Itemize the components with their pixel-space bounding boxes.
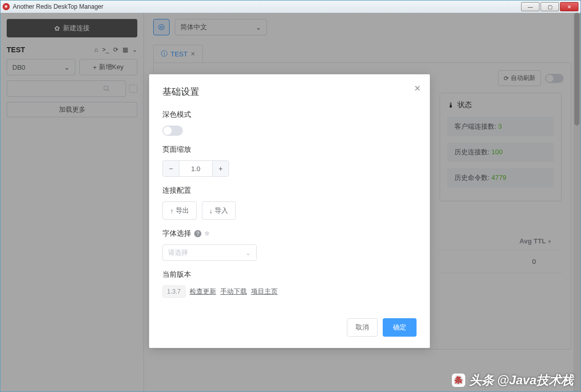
dark-mode-toggle[interactable] xyxy=(162,126,183,136)
watermark-icon: 条 xyxy=(452,374,465,387)
download-icon: ↓ xyxy=(210,207,213,215)
cancel-button[interactable]: 取消 xyxy=(347,318,378,337)
zoom-stepper: − 1.0 + xyxy=(162,160,229,177)
loading-spinner-icon: ✲ xyxy=(204,230,210,237)
version-badge: 1.3.7 xyxy=(162,285,185,298)
import-button[interactable]: ↓ 导入 xyxy=(202,201,236,220)
font-placeholder: 请选择 xyxy=(168,248,188,257)
zoom-increase-button[interactable]: + xyxy=(212,161,229,176)
dialog-close-icon[interactable]: ✕ xyxy=(414,84,421,93)
settings-dialog: ✕ 基础设置 深色模式 页面缩放 − 1.0 + 连接配置 ↑ 导出 ↓ 导入 … xyxy=(149,74,430,348)
chevron-down-icon: ⌄ xyxy=(245,249,251,257)
zoom-decrease-button[interactable]: − xyxy=(163,161,179,176)
minimize-button[interactable]: — xyxy=(521,2,540,11)
font-select-dropdown[interactable]: 请选择 ⌄ xyxy=(162,244,257,261)
conn-config-label: 连接配置 xyxy=(162,186,417,195)
upload-icon: ↑ xyxy=(170,207,174,215)
version-label: 当前版本 xyxy=(162,270,417,279)
zoom-value: 1.0 xyxy=(179,161,212,176)
help-icon[interactable]: ? xyxy=(194,230,201,237)
close-button[interactable]: ✕ xyxy=(560,2,578,11)
dark-mode-label: 深色模式 xyxy=(162,110,417,119)
font-select-label: 字体选择 ? ✲ xyxy=(162,229,417,238)
maximize-button[interactable]: ▢ xyxy=(541,2,559,11)
window-title: Another Redis DeskTop Manager xyxy=(13,3,521,10)
manual-download-link[interactable]: 手动下载 xyxy=(220,287,247,296)
dialog-title: 基础设置 xyxy=(162,86,417,98)
export-button[interactable]: ↑ 导出 xyxy=(162,201,197,220)
project-home-link[interactable]: 项目主页 xyxy=(251,287,278,296)
app-icon: ✶ xyxy=(3,3,10,10)
confirm-button[interactable]: 确定 xyxy=(383,318,417,337)
check-update-link[interactable]: 检查更新 xyxy=(190,287,216,296)
zoom-label: 页面缩放 xyxy=(162,145,417,154)
titlebar: ✶ Another Redis DeskTop Manager — ▢ ✕ xyxy=(1,1,580,13)
app-window: ✶ Another Redis DeskTop Manager — ▢ ✕ ✿ … xyxy=(0,0,581,392)
watermark: 条 头条 @Java技术栈 xyxy=(452,372,573,388)
